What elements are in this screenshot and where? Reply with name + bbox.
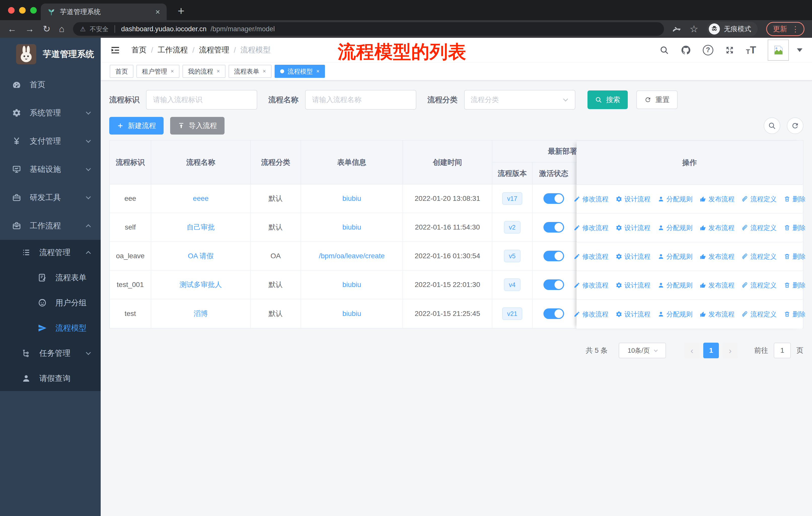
process-key-input[interactable] — [152, 96, 251, 104]
action-link-publish[interactable]: 发布流程 — [700, 223, 735, 232]
avatar-caret-icon[interactable] — [797, 48, 803, 52]
process-name-link[interactable]: OA 请假 — [188, 251, 214, 261]
tag-tenant[interactable]: 租户管理× — [137, 65, 179, 78]
import-process-button[interactable]: 导入流程 — [170, 117, 225, 135]
tag-process-model[interactable]: 流程模型× — [274, 65, 325, 78]
tag-close-icon[interactable]: × — [171, 68, 174, 75]
breadcrumb-item[interactable]: 流程管理 — [199, 45, 229, 55]
process-name-link[interactable]: 测试多审批人 — [180, 280, 222, 290]
action-link-delete[interactable]: 删除 — [784, 195, 806, 203]
tag-process-form[interactable]: 流程表单× — [229, 65, 271, 78]
sidebar-item-infra[interactable]: 基础设施 — [0, 155, 101, 184]
forward-icon[interactable]: → — [25, 24, 34, 33]
action-link-delete[interactable]: 删除 — [784, 223, 806, 232]
fullscreen-icon[interactable] — [725, 45, 734, 55]
process-name-input[interactable] — [312, 96, 410, 104]
tag-close-icon[interactable]: × — [217, 68, 220, 75]
action-link-assign-rule[interactable]: 分配规则 — [658, 252, 693, 261]
action-link-definition[interactable]: 流程定义 — [742, 195, 777, 203]
process-name-link[interactable]: 滔博 — [194, 309, 208, 319]
breadcrumb-item[interactable]: 首页 — [132, 45, 146, 55]
goto-page-input[interactable] — [774, 343, 791, 358]
action-link-edit[interactable]: 修改流程 — [574, 195, 609, 203]
form-info-link[interactable]: biubiu — [342, 194, 361, 202]
form-info-link[interactable]: biubiu — [342, 310, 361, 318]
page-size-select[interactable]: 10条/页 — [619, 343, 666, 358]
sidebar-item-system[interactable]: 系统管理 — [0, 99, 101, 127]
close-window-button[interactable] — [8, 7, 14, 13]
filter-input-process-name[interactable] — [305, 90, 416, 110]
search-icon[interactable] — [660, 45, 669, 55]
filter-input-process-key[interactable] — [146, 90, 257, 110]
search-button[interactable]: 搜索 — [587, 90, 628, 109]
action-link-publish[interactable]: 发布流程 — [700, 310, 735, 319]
browser-menu-icon[interactable]: ⋮ — [792, 25, 799, 33]
sidebar-item-process-mgmt[interactable]: 流程管理 — [0, 240, 101, 265]
next-page-button[interactable]: › — [722, 343, 738, 358]
tag-home[interactable]: 首页 — [110, 65, 134, 78]
process-name-link[interactable]: 自己审批 — [187, 222, 215, 232]
reload-icon[interactable]: ↻ — [43, 24, 50, 33]
home-icon[interactable]: ⌂ — [59, 24, 64, 33]
browser-update-button[interactable]: 更新 ⋮ — [766, 22, 805, 36]
action-link-assign-rule[interactable]: 分配规则 — [658, 281, 693, 290]
action-link-delete[interactable]: 删除 — [784, 252, 806, 261]
breadcrumb-item[interactable]: 工作流程 — [157, 45, 188, 55]
action-link-assign-rule[interactable]: 分配规则 — [658, 195, 693, 203]
current-page-button[interactable]: 1 — [703, 343, 719, 358]
action-link-publish[interactable]: 发布流程 — [700, 281, 735, 290]
tag-my-process[interactable]: 我的流程× — [182, 65, 226, 78]
filter-select-process-category[interactable]: 流程分类 — [464, 90, 575, 110]
action-link-delete[interactable]: 删除 — [784, 281, 806, 290]
prev-page-button[interactable]: ‹ — [684, 343, 700, 358]
sidebar-item-workflow[interactable]: 工作流程 — [0, 212, 101, 240]
action-link-edit[interactable]: 修改流程 — [574, 310, 609, 319]
tag-close-icon[interactable]: × — [263, 68, 266, 75]
sidebar-item-user-group[interactable]: 用户分组 — [0, 290, 101, 316]
form-info-link[interactable]: biubiu — [342, 281, 361, 289]
action-link-design[interactable]: 设计流程 — [616, 310, 651, 319]
action-link-edit[interactable]: 修改流程 — [574, 252, 609, 261]
action-link-definition[interactable]: 流程定义 — [742, 310, 777, 319]
active-toggle[interactable] — [544, 279, 564, 290]
action-link-definition[interactable]: 流程定义 — [742, 223, 777, 232]
active-toggle[interactable] — [544, 308, 564, 319]
browser-tab[interactable]: 芋道管理系统 × — [41, 3, 167, 20]
sidebar-item-process-model[interactable]: 流程模型 — [0, 316, 101, 341]
action-link-definition[interactable]: 流程定义 — [742, 281, 777, 290]
action-link-design[interactable]: 设计流程 — [616, 281, 651, 290]
reset-button[interactable]: 重置 — [636, 90, 677, 109]
tag-close-icon[interactable]: × — [316, 68, 320, 75]
key-icon[interactable] — [672, 25, 681, 33]
bookmark-star-icon[interactable]: ☆ — [690, 24, 698, 34]
action-link-assign-rule[interactable]: 分配规则 — [658, 310, 693, 319]
action-link-edit[interactable]: 修改流程 — [574, 281, 609, 290]
show-search-button[interactable] — [764, 117, 780, 134]
user-avatar[interactable] — [768, 39, 789, 61]
refresh-table-button[interactable] — [787, 117, 804, 134]
active-toggle[interactable] — [544, 251, 564, 261]
font-size-icon[interactable]: TT — [746, 44, 756, 56]
action-link-design[interactable]: 设计流程 — [616, 195, 651, 203]
sidebar-fold-icon[interactable] — [110, 45, 120, 55]
action-link-edit[interactable]: 修改流程 — [574, 223, 609, 232]
sidebar-item-devtools[interactable]: 研发工具 — [0, 184, 101, 212]
form-info-link[interactable]: /bpm/oa/leave/create — [319, 252, 385, 260]
help-icon[interactable]: ? — [703, 45, 713, 55]
active-toggle[interactable] — [544, 193, 564, 204]
address-bar[interactable]: ⚠ 不安全 dashboard.yudao.iocoder.cn /bpm/ma… — [73, 22, 664, 36]
sidebar-item-task-mgmt[interactable]: 任务管理 — [0, 341, 101, 366]
sidebar-item-leave-query[interactable]: 请假查询 — [0, 366, 101, 391]
action-link-design[interactable]: 设计流程 — [616, 223, 651, 232]
sidebar-item-payment[interactable]: 支付管理 — [0, 127, 101, 155]
minimize-window-button[interactable] — [19, 7, 26, 13]
action-link-design[interactable]: 设计流程 — [616, 252, 651, 261]
github-icon[interactable] — [680, 45, 691, 55]
back-icon[interactable]: ← — [7, 24, 17, 33]
process-name-link[interactable]: eeee — [193, 194, 208, 202]
action-link-delete[interactable]: 删除 — [784, 310, 806, 319]
action-link-definition[interactable]: 流程定义 — [742, 252, 777, 261]
action-link-publish[interactable]: 发布流程 — [700, 252, 735, 261]
action-link-publish[interactable]: 发布流程 — [700, 195, 735, 203]
sidebar-item-process-form[interactable]: 流程表单 — [0, 265, 101, 290]
